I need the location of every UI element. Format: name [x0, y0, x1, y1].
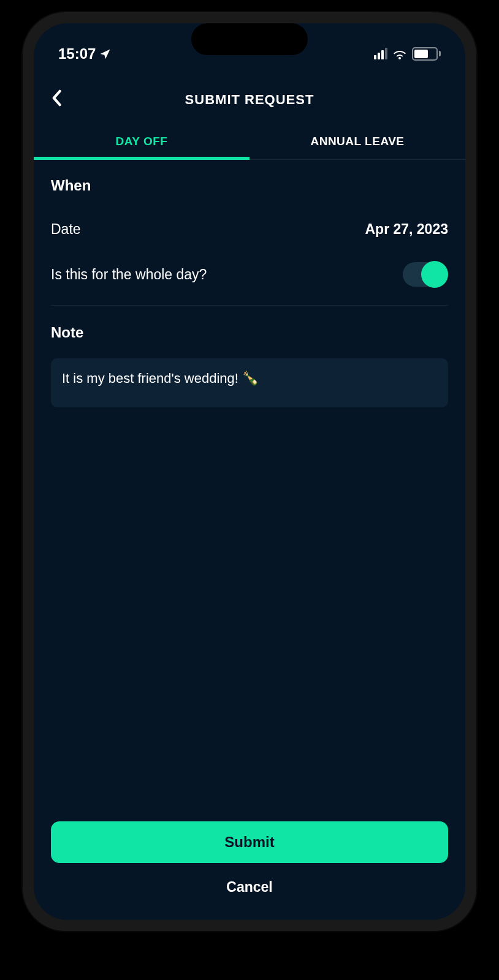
- status-right: 58: [374, 47, 441, 61]
- whole-day-row: Is this for the whole day?: [51, 247, 448, 306]
- header: SUBMIT REQUEST: [34, 69, 465, 124]
- wifi-icon: [392, 48, 407, 59]
- form-content: When Date Apr 27, 2023 Is this for the w…: [34, 160, 465, 809]
- battery-icon: 58: [412, 47, 441, 61]
- signal-icon: [374, 48, 387, 59]
- tab-annual-leave[interactable]: ANNUAL LEAVE: [250, 124, 465, 159]
- phone-screen: 15:07 58: [34, 23, 465, 920]
- note-label: Note: [51, 324, 448, 341]
- tabs: DAY OFF ANNUAL LEAVE: [34, 124, 465, 160]
- note-input[interactable]: It is my best friend's wedding! 🍾: [51, 358, 448, 407]
- phone-frame: 15:07 58: [23, 12, 476, 931]
- battery-percent: 58: [421, 49, 429, 58]
- cancel-button[interactable]: Cancel: [51, 879, 448, 895]
- page-title: SUBMIT REQUEST: [185, 92, 314, 108]
- toggle-knob-icon: [421, 261, 448, 288]
- date-value: Apr 27, 2023: [365, 221, 448, 238]
- phone-notch: [191, 23, 308, 55]
- status-time: 15:07: [58, 45, 96, 62]
- status-left: 15:07: [58, 45, 112, 62]
- whole-day-label: Is this for the whole day?: [51, 266, 207, 283]
- note-section: Note It is my best friend's wedding! 🍾: [51, 324, 448, 407]
- location-arrow-icon: [99, 48, 112, 60]
- tab-day-off[interactable]: DAY OFF: [34, 124, 250, 159]
- when-label: When: [51, 177, 448, 194]
- note-text: It is my best friend's wedding! 🍾: [62, 371, 437, 386]
- back-button[interactable]: [51, 88, 62, 111]
- date-row[interactable]: Date Apr 27, 2023: [51, 211, 448, 247]
- whole-day-toggle[interactable]: [403, 262, 448, 287]
- footer-actions: Submit Cancel: [34, 809, 465, 920]
- date-label: Date: [51, 221, 81, 238]
- submit-button[interactable]: Submit: [51, 821, 448, 863]
